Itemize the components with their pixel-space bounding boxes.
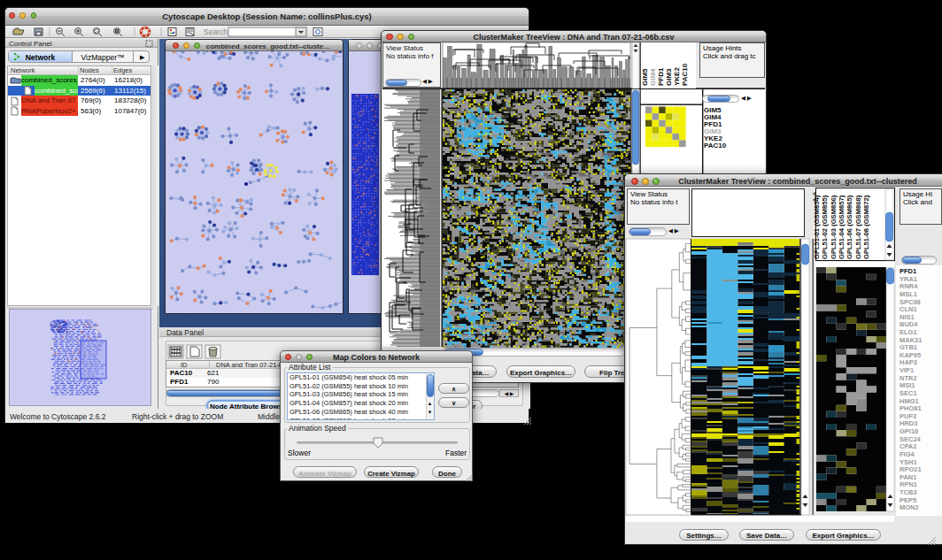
svg-text:RNR4: RNR4: [900, 282, 918, 290]
svg-text:GPL51-07 (GSM868): GPL51-07 (GSM868): [854, 195, 862, 259]
svg-text:GPL51-01 (GSM854): GPL51-01 (GSM854): [813, 195, 821, 259]
svg-text:MON2: MON2: [900, 503, 919, 511]
svg-text:GPL51-08 (GSM872): GPL51-08 (GSM872): [862, 195, 870, 259]
svg-text:HAP3: HAP3: [900, 358, 917, 366]
svg-text:BUD4: BUD4: [900, 320, 918, 328]
svg-text:PAN1: PAN1: [900, 473, 916, 481]
svg-text:HMG1: HMG1: [900, 397, 919, 405]
svg-text:GPL51-06 (GSM865): GPL51-06 (GSM865): [845, 195, 853, 259]
svg-text:SEC24: SEC24: [900, 435, 922, 443]
svg-text:GPL51-02 (GSM855): GPL51-02 (GSM855): [821, 195, 829, 259]
svg-text:GPL51-03 (GSM856): GPL51-03 (GSM856): [830, 195, 838, 259]
svg-text:GPL51-04 (GSM857): GPL51-04 (GSM857): [838, 195, 845, 259]
